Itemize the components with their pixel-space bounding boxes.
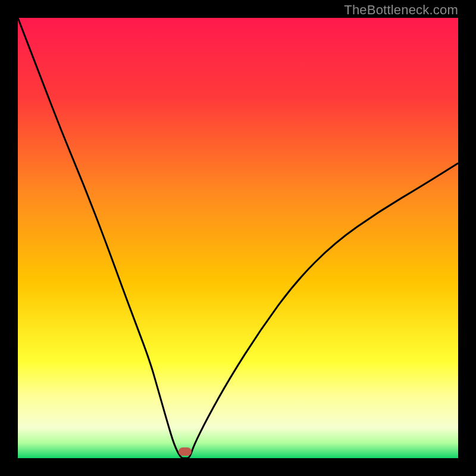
plot-area (18, 18, 458, 458)
watermark-text: TheBottleneck.com (344, 2, 458, 18)
bottleneck-curve (18, 18, 458, 458)
optimal-point-marker (178, 447, 192, 456)
chart-frame: TheBottleneck.com (0, 0, 476, 476)
